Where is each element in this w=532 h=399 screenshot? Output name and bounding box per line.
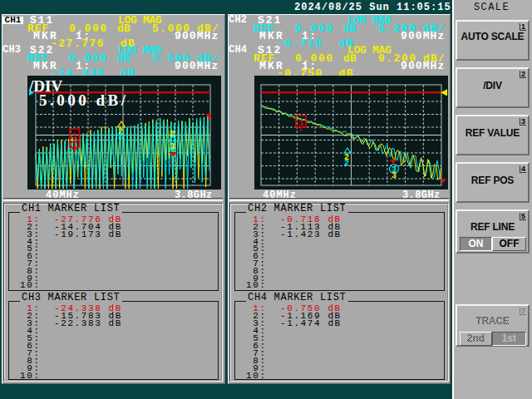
- svg-text:3: 3: [392, 171, 397, 180]
- svg-text:2: 2: [118, 132, 123, 141]
- svg-text:1: 1: [298, 118, 304, 128]
- svg-text:2: 2: [344, 159, 349, 168]
- svg-text:5.000 dB/: 5.000 dB/: [39, 91, 129, 109]
